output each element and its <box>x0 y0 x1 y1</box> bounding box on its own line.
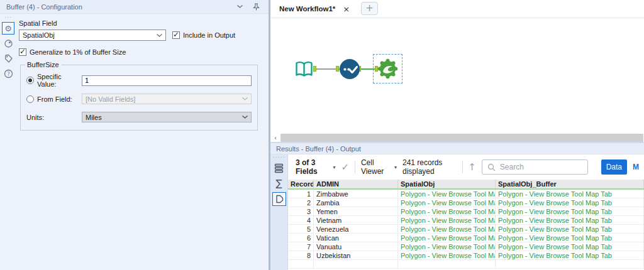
chevron-down-icon[interactable]: ▾ <box>333 165 336 170</box>
spatialobj-cell[interactable]: Polygon - View Browse Tool Map Tab <box>398 216 496 224</box>
canvas-horizontal-scrollbar[interactable]: ‹ <box>270 134 644 142</box>
tag-icon[interactable] <box>2 52 14 65</box>
spatial-view-icon[interactable] <box>272 192 286 206</box>
table-row[interactable]: 5 Venezuela Polygon - View Browse Tool M… <box>288 225 644 234</box>
gear-icon[interactable]: ⚙ <box>2 22 14 35</box>
chevron-down-icon <box>242 116 248 119</box>
record-cell: 7 <box>288 242 314 251</box>
select-tool[interactable] <box>340 59 360 79</box>
table-row[interactable]: 8 Uzbekistan Polygon - View Browse Tool … <box>288 251 644 260</box>
table-row-partial <box>288 260 644 269</box>
scroll-left-arrow[interactable]: ‹ <box>270 134 280 142</box>
spatialobj-buffer-cell[interactable]: Polygon - View Browse Tool Map Tab <box>496 242 644 251</box>
select-tool-icon <box>340 59 360 79</box>
results-search-input[interactable]: Search <box>482 159 588 175</box>
sigma-metadata-icon[interactable]: ∑ <box>272 177 286 190</box>
spatialobj-cell[interactable]: Polygon - View Browse Tool Map Tab <box>398 225 496 233</box>
apply-check-icon[interactable]: ✓ <box>341 161 350 173</box>
pin-icon[interactable] <box>250 1 262 13</box>
admin-cell: Zambia <box>314 198 398 207</box>
panel-grip[interactable]: ····· <box>273 155 286 159</box>
spatialobj-buffer-cell[interactable]: Polygon - View Browse Tool Map Tab <box>496 198 644 207</box>
cell-viewer-dropdown[interactable]: Cell Viewer <box>361 158 389 176</box>
tab-title: New Workflow1* <box>279 5 335 13</box>
spatial-field-value: SpatialObj <box>23 31 55 39</box>
close-icon[interactable]: × <box>343 4 350 14</box>
spatialobj-cell[interactable]: Polygon - View Browse Tool Map Tab <box>398 207 496 215</box>
units-dropdown[interactable]: Miles <box>82 112 252 122</box>
column-header-record[interactable]: Record <box>288 180 314 188</box>
chevron-down-icon <box>242 97 248 100</box>
spatialobj-buffer-cell[interactable]: Polygon - View Browse Tool Map Tab <box>496 234 644 242</box>
buffer-tool[interactable] <box>377 58 398 80</box>
input-anchor[interactable] <box>336 66 339 72</box>
from-field-radio[interactable]: From Field: <box>26 95 82 103</box>
generalize-label: Generalize to 1% of Buffer Size <box>30 48 126 56</box>
results-icon-strip: ····· ∑ <box>270 154 288 270</box>
data-view-button[interactable]: Data <box>601 159 627 175</box>
spatialobj-buffer-cell[interactable]: Polygon - View Browse Tool Map Tab <box>496 207 644 215</box>
admin-cell: Vietnam <box>314 216 398 224</box>
buffersize-groupbox: BufferSize Specific Value: From Field: <box>20 65 258 131</box>
toolbar-divider <box>462 161 463 173</box>
spatial-field-dropdown[interactable]: SpatialObj <box>19 30 166 41</box>
specific-value-radio[interactable]: Specific Value: <box>26 73 82 88</box>
spatial-field-label: Spatial Field <box>19 19 262 27</box>
spatialobj-cell[interactable]: Polygon - View Browse Tool Map Tab <box>398 251 496 259</box>
configuration-panel: Buffer (4) - Configuration ··· ⚙ ? <box>0 0 270 270</box>
help-icon[interactable]: ? <box>2 67 14 80</box>
checkbox-icon: ✓ <box>172 31 180 39</box>
spatialobj-cell[interactable]: Polygon - View Browse Tool Map Tab <box>398 234 496 242</box>
tab-new-workflow1[interactable]: New Workflow1* × <box>272 0 357 18</box>
generalize-checkbox[interactable]: ✓ Generalize to 1% of Buffer Size <box>19 48 262 56</box>
toolbar-divider <box>355 161 355 173</box>
column-header-spatialobj-buffer[interactable]: SpatialObj_Buffer <box>496 180 644 188</box>
chevron-down-icon[interactable]: ▾ <box>394 165 397 170</box>
from-field-value: [No Valid Fields] <box>86 95 135 103</box>
up-arrow-icon[interactable]: ↑ <box>468 161 476 173</box>
table-row[interactable]: 2 Zambia Polygon - View Browse Tool Map … <box>288 198 644 207</box>
input-data-tool[interactable] <box>294 60 314 80</box>
configuration-icon-strip: ··· ⚙ ? <box>0 14 16 270</box>
checkbox-icon: ✓ <box>19 48 26 56</box>
grid-rows: 1 Zimbabwe Polygon - View Browse Tool Ma… <box>288 190 644 260</box>
collapse-chevron-icon[interactable] <box>233 1 246 13</box>
record-cell: 3 <box>288 207 314 215</box>
results-grid: Record ADMIN SpatialObj SpatialObj_Buffe… <box>288 180 644 270</box>
admin-cell: Vatican <box>314 234 398 242</box>
spatialobj-buffer-cell[interactable]: Polygon - View Browse Tool Map Tab <box>496 190 644 198</box>
admin-cell: Vanuatu <box>314 242 398 251</box>
table-row[interactable]: 6 Vatican Polygon - View Browse Tool Map… <box>288 234 644 242</box>
column-header-admin[interactable]: ADMIN <box>314 180 398 188</box>
spatialobj-cell[interactable]: Polygon - View Browse Tool Map Tab <box>398 198 496 207</box>
panel-grip[interactable]: ··· <box>4 14 12 19</box>
table-row[interactable]: 7 Vanuatu Polygon - View Browse Tool Map… <box>288 242 644 251</box>
svg-text:?: ? <box>7 71 9 77</box>
spatialobj-buffer-cell[interactable]: Polygon - View Browse Tool Map Tab <box>496 225 644 233</box>
record-cell: 6 <box>288 234 314 242</box>
layout-rows-icon[interactable] <box>272 162 286 175</box>
table-row[interactable]: 3 Yemen Polygon - View Browse Tool Map T… <box>288 207 644 216</box>
new-tab-button[interactable]: + <box>361 2 378 15</box>
column-header-spatialobj[interactable]: SpatialObj <box>398 180 496 188</box>
admin-cell: Venezuela <box>314 225 398 233</box>
table-row[interactable]: 4 Vietnam Polygon - View Browse Tool Map… <box>288 216 644 225</box>
record-cell: 4 <box>288 216 314 224</box>
workflow-canvas[interactable] <box>270 18 644 134</box>
include-in-output-checkbox[interactable]: ✓ Include in Output <box>172 31 235 39</box>
navigation-icon[interactable] <box>2 37 14 50</box>
results-panel-title: Results - Buffer (4) - Output <box>276 145 361 153</box>
spatialobj-cell[interactable]: Polygon - View Browse Tool Map Tab <box>398 190 496 198</box>
spatialobj-buffer-cell[interactable]: Polygon - View Browse Tool Map Tab <box>496 251 644 259</box>
fields-summary-dropdown[interactable]: 3 of 3 Fields <box>296 158 328 176</box>
units-value: Miles <box>86 114 102 121</box>
specific-value-input[interactable] <box>82 75 252 86</box>
metadata-view-button[interactable]: M <box>633 163 639 171</box>
record-cell: 5 <box>288 225 314 233</box>
scrollbar-thumb[interactable] <box>280 134 643 142</box>
table-row[interactable]: 1 Zimbabwe Polygon - View Browse Tool Ma… <box>288 190 644 198</box>
results-toolbar: 3 of 3 Fields ▾ ✓ Cell Viewer ▾ 241 reco… <box>288 154 644 180</box>
buffer-tool-icon <box>377 58 398 79</box>
spatialobj-cell[interactable]: Polygon - View Browse Tool Map Tab <box>398 242 496 251</box>
spatialobj-buffer-cell[interactable]: Polygon - View Browse Tool Map Tab <box>496 216 644 224</box>
